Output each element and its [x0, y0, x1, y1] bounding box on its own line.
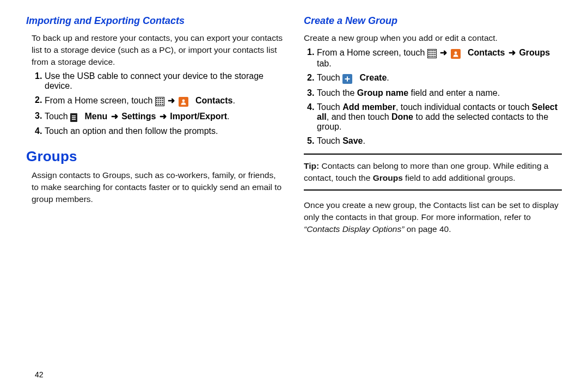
after-note: Once you create a new group, the Contact…: [304, 199, 562, 235]
step-number: 2.: [32, 95, 45, 107]
step-number: 5.: [304, 136, 317, 146]
step-text: Touch the Group name field and enter a n…: [317, 88, 562, 98]
label-group-name: Group name: [357, 88, 408, 97]
text-fragment: Touch: [317, 73, 342, 82]
label-save: Save: [342, 136, 363, 145]
step-2: 2. From a Home screen, touch ➜: [32, 95, 284, 107]
tip-box: Tip: Contacts can belong to more than on…: [304, 154, 562, 191]
label-settings: Settings: [121, 112, 156, 121]
svg-rect-27: [434, 52, 436, 53]
step-number: 4.: [32, 126, 45, 136]
subhead-create-group: Create a New Group: [304, 15, 562, 27]
step-number: 1.: [304, 47, 317, 69]
svg-rect-5: [158, 100, 159, 101]
space: [355, 73, 357, 82]
svg-rect-22: [432, 50, 433, 51]
svg-rect-38: [345, 78, 350, 79]
svg-rect-34: [432, 56, 433, 57]
svg-rect-11: [162, 102, 163, 103]
step-text: From a Home screen, touch ➜: [45, 95, 284, 107]
svg-rect-33: [430, 56, 431, 57]
contacts-icon: [451, 49, 461, 59]
step-text: Touch an option and then follow the prom…: [45, 126, 284, 136]
svg-rect-7: [162, 100, 163, 101]
svg-rect-35: [434, 56, 436, 57]
menu-icon: [70, 113, 77, 122]
text-fragment: Once you create a new group, the Contact…: [304, 200, 559, 222]
svg-rect-21: [430, 50, 431, 51]
svg-rect-32: [428, 56, 430, 57]
svg-rect-28: [428, 54, 430, 55]
text-fragment: tab.: [317, 59, 332, 68]
svg-rect-10: [160, 102, 161, 103]
space: [463, 48, 465, 57]
svg-rect-14: [160, 104, 161, 105]
left-column: Importing and Exporting Contacts To back…: [26, 15, 284, 381]
svg-rect-13: [158, 104, 159, 105]
svg-rect-6: [160, 100, 161, 101]
text-fragment: , and then touch: [327, 112, 391, 121]
label-create: Create: [360, 73, 387, 82]
text-fragment: Touch: [317, 102, 342, 112]
label-groups: Groups: [373, 173, 403, 182]
svg-rect-31: [434, 54, 436, 55]
text-fragment: field and enter a name.: [408, 88, 500, 97]
step-text: Touch Save.: [317, 136, 562, 146]
label-done: Done: [391, 112, 413, 121]
svg-rect-18: [72, 117, 76, 118]
svg-rect-8: [156, 102, 157, 103]
right-column: Create a New Group Create a new group wh…: [304, 15, 562, 381]
svg-rect-17: [72, 115, 76, 117]
text-fragment: field to add additional groups.: [403, 173, 516, 182]
label-add-member: Add member: [342, 102, 396, 112]
step-number: 3.: [304, 88, 317, 98]
intro-create-group: Create a new group when you add or edit …: [304, 32, 562, 44]
text-fragment: on page 40.: [404, 224, 451, 234]
apps-icon: [427, 49, 437, 58]
space: [80, 112, 82, 121]
svg-rect-30: [432, 54, 433, 55]
step-text: Touch Create.: [317, 73, 562, 84]
apps-icon: [155, 97, 164, 106]
steps-import-export: 1. Use the USB cable to connect your dev…: [32, 71, 284, 136]
step-5: 5. Touch Save.: [304, 136, 562, 146]
text-fragment: , touch individual contacts or touch: [396, 102, 532, 112]
manual-page: Importing and Exporting Contacts To back…: [0, 0, 588, 392]
svg-rect-1: [158, 98, 159, 99]
label-contacts: Contacts: [468, 48, 505, 57]
label-contacts: Contacts: [195, 96, 232, 105]
step-text: From a Home screen, touch ➜: [317, 47, 562, 69]
svg-rect-20: [428, 50, 430, 51]
period: .: [232, 96, 235, 105]
step-text: Touch Add member, touch individual conta…: [317, 102, 562, 132]
arrow-icon: ➜: [111, 112, 118, 121]
svg-rect-2: [160, 98, 161, 99]
step-text: Touch Menu ➜ Settings ➜ Import/Export.: [45, 111, 284, 122]
svg-rect-12: [156, 104, 157, 105]
label-groups: Groups: [519, 48, 550, 57]
period: .: [227, 112, 229, 121]
contacts-icon: [179, 97, 188, 107]
step-text: Use the USB cable to connect your device…: [45, 71, 284, 91]
svg-rect-3: [162, 98, 163, 99]
text-fragment: Touch the: [317, 88, 357, 97]
tip-label: Tip:: [304, 161, 319, 170]
heading-groups: Groups: [26, 148, 284, 165]
text-fragment: From a Home screen, touch: [45, 96, 155, 105]
svg-rect-24: [428, 52, 430, 53]
page-number: 42: [35, 370, 44, 379]
label-menu: Menu: [85, 112, 108, 121]
svg-rect-19: [72, 119, 76, 120]
text-fragment: From a Home screen, touch: [317, 48, 427, 57]
svg-point-16: [182, 100, 185, 102]
svg-rect-25: [430, 52, 431, 53]
tip-text: Tip: Contacts can belong to more than on…: [304, 160, 562, 184]
svg-rect-9: [158, 102, 159, 103]
space: [191, 96, 193, 105]
subhead-import-export: Importing and Exporting Contacts: [26, 15, 284, 27]
text-fragment: Touch: [317, 136, 342, 145]
step-4: 4. Touch an option and then follow the p…: [32, 126, 284, 136]
svg-rect-26: [432, 52, 433, 53]
intro-import-export: To back up and restore your contacts, yo…: [32, 32, 284, 68]
body-groups: Assign contacts to Groups, such as co-wo…: [32, 169, 284, 205]
